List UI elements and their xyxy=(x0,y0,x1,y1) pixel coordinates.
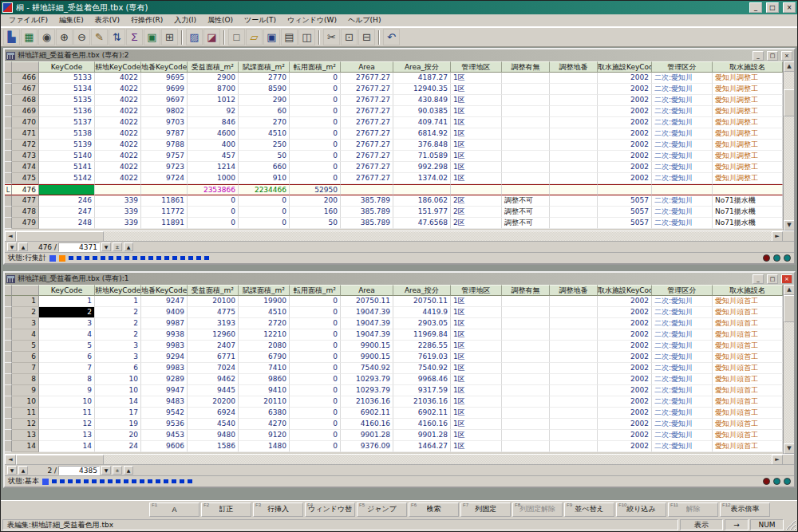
cell[interactable]: 339 xyxy=(95,195,141,207)
column-header[interactable]: Area_按分 xyxy=(393,61,451,73)
cell[interactable]: 2002 xyxy=(598,162,652,173)
cell[interactable] xyxy=(550,441,598,452)
cell[interactable]: 二次:愛知川 xyxy=(652,430,713,441)
cell[interactable]: 9787 xyxy=(141,128,188,140)
cell[interactable]: 2900 xyxy=(188,73,239,84)
column-header[interactable]: 耕地KeyCode xyxy=(95,285,141,296)
cell[interactable]: 0 xyxy=(239,218,290,229)
cell[interactable]: 4419.9 xyxy=(393,307,451,318)
cell[interactable]: 二次:愛知川 xyxy=(652,73,713,84)
cell[interactable]: 2002 xyxy=(598,151,652,162)
cell[interactable]: 0 xyxy=(290,106,341,117)
cell[interactable]: 2080 xyxy=(239,341,290,352)
zoom-in-icon[interactable]: ⊕ xyxy=(56,29,73,45)
cell[interactable]: 9968.46 xyxy=(393,374,451,385)
cell[interactable]: 1012 xyxy=(188,95,239,106)
cell[interactable]: 愛知川調整工 xyxy=(713,140,783,151)
cell[interactable] xyxy=(550,117,598,128)
column-header[interactable]: 取水施設名 xyxy=(713,285,783,296)
cell[interactable]: 5057 xyxy=(598,195,652,207)
cell[interactable] xyxy=(550,318,598,329)
subtotal-icon[interactable]: Σ xyxy=(126,29,143,45)
cell[interactable]: 11891 xyxy=(141,218,188,229)
cell[interactable]: 20750.11 xyxy=(393,296,451,307)
cell[interactable]: 50 xyxy=(290,218,341,229)
fkey-f4[interactable]: F4ウィンドウ替 xyxy=(305,502,355,517)
row-number[interactable]: 474 xyxy=(12,162,39,173)
cell[interactable]: 5 xyxy=(39,341,95,352)
cell[interactable]: 200 xyxy=(290,195,341,207)
cell[interactable] xyxy=(502,73,550,84)
horizontal-scrollbar[interactable]: ◄ ► xyxy=(5,231,794,241)
cell[interactable]: 27677.27 xyxy=(341,151,393,162)
cell[interactable]: 2区 xyxy=(451,207,502,218)
cell[interactable]: 92 xyxy=(188,106,239,117)
cell[interactable]: 6771 xyxy=(188,352,239,363)
cell[interactable]: 0 xyxy=(188,207,239,218)
cell[interactable]: 8 xyxy=(39,374,95,385)
cell[interactable]: 1区 xyxy=(451,84,502,95)
cell[interactable]: 385.789 xyxy=(341,195,393,207)
cell[interactable]: 9983 xyxy=(141,363,188,374)
cell[interactable]: 6 xyxy=(39,352,95,363)
record-spin-up-icon[interactable]: ▲ xyxy=(124,466,133,475)
record-spin-plus-icon[interactable]: ± xyxy=(113,242,122,251)
cell[interactable]: 0 xyxy=(290,128,341,140)
cell[interactable]: 4160.16 xyxy=(341,419,393,430)
column-header[interactable]: 受益面積_m² xyxy=(188,285,239,296)
cell[interactable]: 二次:愛知川 xyxy=(652,374,713,385)
cell[interactable]: 2区 xyxy=(451,218,502,229)
cell[interactable]: 愛知川調整工 xyxy=(713,84,783,95)
cell[interactable]: 2002 xyxy=(598,329,652,341)
cell[interactable]: No71揚水機 xyxy=(713,207,783,218)
cell[interactable]: 2002 xyxy=(598,106,652,117)
cell[interactable]: 1区 xyxy=(451,341,502,352)
cell[interactable]: 2353866 xyxy=(188,184,239,195)
cell[interactable]: 愛知川調整工 xyxy=(713,128,783,140)
print-preview-icon[interactable]: ◫ xyxy=(298,29,315,45)
cell[interactable]: 1480 xyxy=(239,441,290,452)
cell[interactable]: 2002 xyxy=(598,419,652,430)
cell[interactable]: 9947 xyxy=(141,385,188,396)
cell[interactable]: 21036.16 xyxy=(393,396,451,408)
cell[interactable]: 愛知川頭首工 xyxy=(713,307,783,318)
cell[interactable]: 2002 xyxy=(598,117,652,128)
cell[interactable] xyxy=(550,140,598,151)
cell[interactable]: 8700 xyxy=(188,84,239,95)
cell[interactable]: 9 xyxy=(39,385,95,396)
cell[interactable]: 1000 xyxy=(188,173,239,184)
cell[interactable]: 50 xyxy=(239,151,290,162)
cell[interactable]: 二次:愛知川 xyxy=(652,318,713,329)
print-icon[interactable]: ▤ xyxy=(281,29,298,45)
scroll-down-icon[interactable]: ▼ xyxy=(784,443,794,454)
column-header[interactable]: 取水施設KeyCode xyxy=(598,285,652,296)
cell[interactable]: 4510 xyxy=(239,307,290,318)
cell[interactable]: 5136 xyxy=(39,106,95,117)
cell[interactable]: 186.062 xyxy=(393,195,451,207)
child-title-bar[interactable]: 耕地詳細_受益着色用.tbx (専有):2 _ □ × xyxy=(5,49,794,61)
cell[interactable]: 2720 xyxy=(239,318,290,329)
cell[interactable] xyxy=(502,374,550,385)
record-prev-icon[interactable]: ▼ xyxy=(7,466,17,475)
cell[interactable]: 20200 xyxy=(188,396,239,408)
cell[interactable]: 4022 xyxy=(95,128,141,140)
cell[interactable]: 1464.27 xyxy=(393,441,451,452)
cell[interactable]: 27677.27 xyxy=(341,128,393,140)
child-close-button[interactable]: × xyxy=(781,274,792,284)
cell[interactable]: 愛知川頭首工 xyxy=(713,385,783,396)
cell[interactable] xyxy=(502,341,550,352)
row-number[interactable]: 470 xyxy=(12,117,39,128)
cell[interactable]: 2002 xyxy=(598,374,652,385)
cell[interactable]: 二次:愛知川 xyxy=(652,307,713,318)
cell[interactable]: 250 xyxy=(239,140,290,151)
cell[interactable]: 愛知川頭首工 xyxy=(713,419,783,430)
cell[interactable]: 2 xyxy=(95,318,141,329)
cell[interactable]: 12940.35 xyxy=(393,84,451,95)
maximize-button[interactable]: □ xyxy=(766,2,779,13)
row-number[interactable]: 473 xyxy=(12,151,39,162)
map-icon[interactable]: ▨ xyxy=(186,29,203,45)
cell[interactable]: 二次:愛知川 xyxy=(652,128,713,140)
cell[interactable]: 385.789 xyxy=(341,218,393,229)
cell[interactable]: 0 xyxy=(239,207,290,218)
cell[interactable]: 4600 xyxy=(188,128,239,140)
